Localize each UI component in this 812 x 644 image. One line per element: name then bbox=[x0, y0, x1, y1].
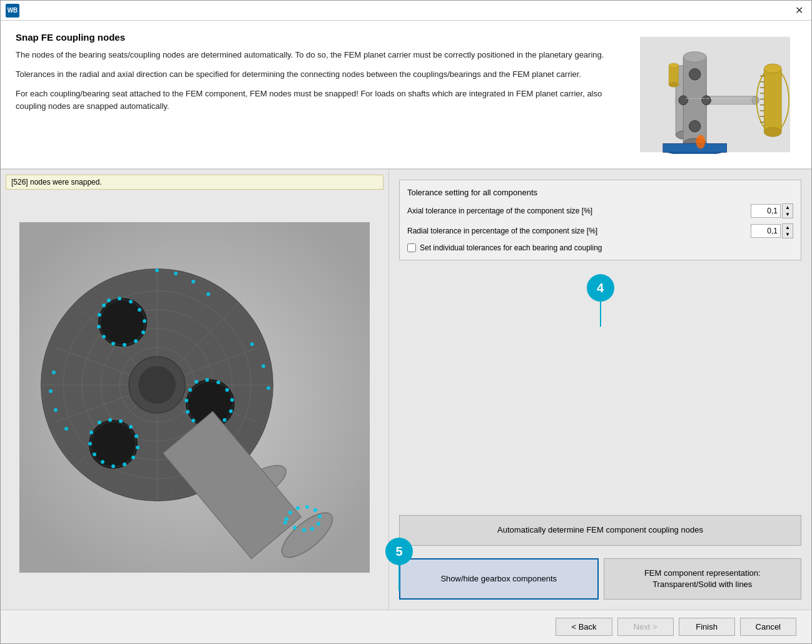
svg-point-12 bbox=[679, 96, 688, 105]
header-description: The nodes of the bearing seats/coupling … bbox=[16, 49, 621, 113]
svg-point-127 bbox=[283, 521, 287, 524]
fem-representation-button[interactable]: FEM component representation: Transparen… bbox=[604, 558, 802, 600]
title-bar: WB ✕ bbox=[1, 1, 811, 21]
gear-svg bbox=[640, 35, 790, 154]
svg-point-29 bbox=[696, 135, 706, 149]
page-title: Snap FE coupling nodes bbox=[16, 32, 621, 43]
app-logo: WB bbox=[6, 4, 19, 18]
svg-point-5 bbox=[752, 96, 759, 105]
axial-spin-up[interactable]: ▲ bbox=[783, 204, 793, 211]
main-content: [526] nodes were snapped. bbox=[1, 170, 811, 610]
svg-point-144 bbox=[250, 342, 254, 346]
auto-determine-button[interactable]: Automatically determine FEM component co… bbox=[399, 515, 801, 545]
step5-connector bbox=[398, 565, 400, 591]
svg-point-106 bbox=[111, 464, 115, 468]
svg-point-130 bbox=[310, 527, 314, 531]
svg-point-136 bbox=[288, 511, 292, 514]
radial-spin-down[interactable]: ▼ bbox=[783, 231, 793, 238]
individual-tolerance-checkbox[interactable] bbox=[407, 243, 416, 252]
svg-point-10 bbox=[689, 68, 700, 79]
svg-point-103 bbox=[136, 446, 140, 449]
content-area: [526] nodes were snapped. bbox=[1, 170, 811, 610]
main-window: WB ✕ Snap FE coupling nodes The nodes of… bbox=[0, 0, 812, 644]
svg-point-122 bbox=[185, 399, 188, 402]
mesh-svg bbox=[19, 222, 370, 573]
svg-point-96 bbox=[98, 313, 101, 317]
radial-tolerance-label: Radial tolerance in percentage of the co… bbox=[407, 227, 746, 235]
svg-point-137 bbox=[285, 517, 288, 521]
svg-point-107 bbox=[101, 460, 104, 464]
svg-rect-15 bbox=[764, 68, 781, 132]
tolerance-section: Tolerance setting for all components Axi… bbox=[399, 180, 801, 260]
radial-tolerance-row: Radial tolerance in percentage of the co… bbox=[407, 223, 793, 238]
radial-tolerance-input[interactable] bbox=[751, 224, 781, 238]
axial-spin-down[interactable]: ▼ bbox=[783, 211, 793, 218]
next-button[interactable]: Next > bbox=[617, 618, 674, 636]
svg-point-129 bbox=[302, 528, 306, 532]
svg-point-97 bbox=[102, 304, 106, 307]
svg-rect-28 bbox=[663, 143, 727, 152]
footer: < Back Next > Finish Cancel bbox=[1, 610, 811, 643]
svg-point-131 bbox=[317, 522, 320, 526]
svg-point-117 bbox=[223, 418, 226, 422]
step-4-number: 4 bbox=[597, 281, 604, 295]
step-5-number: 5 bbox=[395, 544, 402, 559]
svg-point-9 bbox=[683, 52, 706, 63]
cancel-button[interactable]: Cancel bbox=[740, 618, 796, 636]
svg-point-98 bbox=[98, 421, 101, 424]
svg-point-114 bbox=[225, 388, 229, 392]
svg-point-102 bbox=[134, 434, 138, 438]
actions-area: 4 Automatically determine FEM component … bbox=[399, 268, 801, 600]
svg-point-100 bbox=[119, 419, 123, 423]
svg-rect-30 bbox=[669, 66, 679, 84]
svg-point-132 bbox=[318, 514, 322, 518]
svg-point-99 bbox=[108, 418, 112, 422]
axial-tolerance-label: Axial tolerance in percentage of the com… bbox=[407, 207, 746, 215]
svg-point-145 bbox=[261, 364, 265, 368]
back-button[interactable]: < Back bbox=[556, 618, 612, 636]
svg-point-116 bbox=[229, 409, 233, 413]
svg-point-142 bbox=[191, 280, 195, 284]
axial-tolerance-input[interactable] bbox=[751, 204, 781, 218]
svg-point-147 bbox=[52, 371, 56, 374]
svg-point-104 bbox=[131, 456, 135, 459]
mesh-view bbox=[6, 193, 383, 601]
svg-point-88 bbox=[138, 308, 141, 312]
radial-tolerance-input-group: ▲ ▼ bbox=[751, 223, 793, 238]
svg-point-105 bbox=[123, 463, 126, 466]
step4-connector bbox=[600, 302, 601, 327]
svg-point-82 bbox=[91, 422, 135, 466]
close-button[interactable]: ✕ bbox=[791, 3, 806, 18]
svg-point-141 bbox=[174, 272, 178, 275]
svg-point-92 bbox=[123, 343, 126, 347]
left-panel: [526] nodes were snapped. bbox=[1, 170, 388, 610]
svg-point-121 bbox=[186, 410, 190, 414]
header-para-1: The nodes of the bearing seats/coupling … bbox=[16, 49, 621, 62]
svg-point-140 bbox=[155, 268, 159, 272]
svg-point-108 bbox=[93, 452, 96, 456]
svg-point-128 bbox=[293, 526, 297, 529]
radial-spin-buttons: ▲ ▼ bbox=[782, 223, 793, 238]
svg-point-31 bbox=[669, 63, 679, 68]
header-illustration bbox=[634, 32, 796, 157]
finish-button[interactable]: Finish bbox=[679, 618, 735, 636]
svg-point-135 bbox=[296, 506, 300, 510]
svg-point-17 bbox=[764, 128, 781, 137]
axial-spin-buttons: ▲ ▼ bbox=[782, 203, 793, 218]
axial-tolerance-row: Axial tolerance in percentage of the com… bbox=[407, 203, 793, 218]
svg-point-120 bbox=[191, 419, 195, 422]
svg-point-86 bbox=[118, 297, 121, 300]
svg-point-146 bbox=[266, 386, 270, 390]
svg-point-148 bbox=[49, 389, 53, 393]
step-4-bubble: 4 bbox=[587, 274, 614, 302]
svg-point-139 bbox=[138, 366, 176, 404]
individual-tolerance-label: Set individual tolerances for each beari… bbox=[420, 243, 602, 252]
svg-point-87 bbox=[129, 300, 133, 304]
radial-spin-up[interactable]: ▲ bbox=[783, 224, 793, 231]
svg-point-89 bbox=[143, 319, 146, 323]
svg-point-134 bbox=[305, 505, 309, 509]
svg-point-150 bbox=[64, 427, 68, 431]
show-hide-button[interactable]: Show/hide gearbox components bbox=[399, 558, 599, 600]
header-para-2: Tolerances in the radial and axial direc… bbox=[16, 68, 621, 81]
svg-point-85 bbox=[107, 299, 111, 302]
